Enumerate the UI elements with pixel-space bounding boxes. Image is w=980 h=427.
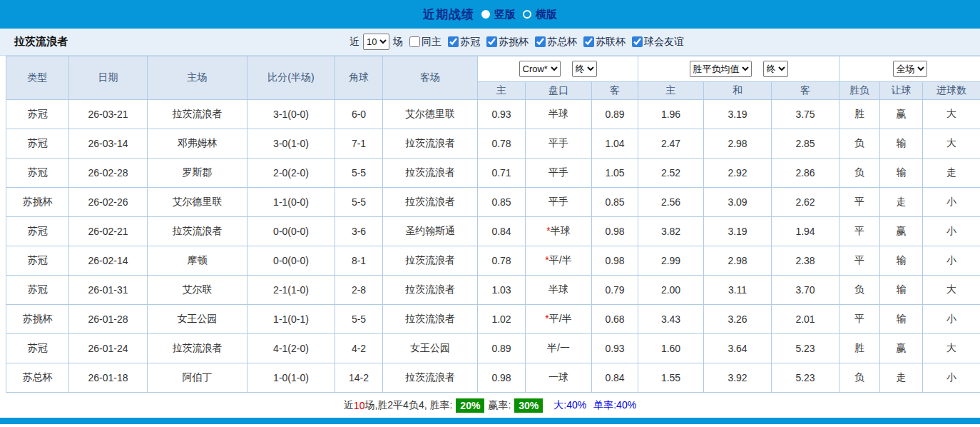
handicap-away-odds-cell: 0.93 xyxy=(592,334,638,363)
table-row: 苏冠26-02-28罗斯郡2-0(2-0)5-5拉茨流浪者0.71平手1.052… xyxy=(6,159,980,188)
near-count-select[interactable]: 10 xyxy=(363,34,389,50)
odds-draw-cell: 3.26 xyxy=(704,305,772,334)
handicap-home-odds-cell: 1.03 xyxy=(478,276,526,305)
league-filter-3[interactable]: 苏联杯 xyxy=(583,36,626,49)
handicap-result-cell: 走 xyxy=(880,188,923,217)
table-row: 苏挑杯26-02-26艾尔德里联1-1(0-0)5-5拉茨流浪者0.85平手0.… xyxy=(6,188,980,217)
handicap-away-odds-cell: 0.98 xyxy=(592,217,638,246)
result-cell: 负 xyxy=(839,129,880,159)
odds-draw-cell: 2.98 xyxy=(704,246,772,276)
league-checkbox[interactable] xyxy=(486,36,497,47)
handicap-home-odds-cell: 0.84 xyxy=(478,217,526,246)
star-marker: * xyxy=(545,254,548,266)
radio-unselected-icon[interactable] xyxy=(523,10,531,19)
home-team-cell: 拉茨流浪者 xyxy=(148,217,247,246)
scope-select[interactable]: 全场 xyxy=(893,61,927,77)
odds-state-select[interactable]: 终 xyxy=(763,61,788,77)
date-cell: 26-01-24 xyxy=(69,334,148,363)
summary-count: 10 xyxy=(354,400,365,411)
radio-selected-icon[interactable] xyxy=(481,10,490,19)
handicap-home-odds-cell: 0.85 xyxy=(478,188,526,217)
handicap-state-select[interactable]: 终 xyxy=(572,61,597,77)
odds-home-cell: 2.56 xyxy=(638,188,704,217)
odds-away-cell: 2.85 xyxy=(772,129,839,159)
date-cell: 26-01-18 xyxy=(69,363,148,393)
score-cell: 0-0(0-0) xyxy=(247,217,335,246)
col-odds-away: 客 xyxy=(772,82,839,100)
table-row: 苏挑杯26-01-28女王公园1-1(0-1)5-5拉茨流浪者1.02*平/半0… xyxy=(6,305,980,334)
corner-cell: 14-2 xyxy=(335,363,383,393)
handicap-away-odds-cell: 0.84 xyxy=(592,363,638,393)
league-type-cell: 苏冠 xyxy=(6,276,69,305)
corner-cell: 3-6 xyxy=(335,217,383,246)
results-tbody: 苏冠26-03-21拉茨流浪者3-1(0-0)6-0艾尔德里联0.93半球0.8… xyxy=(6,100,980,393)
league-type-cell: 苏冠 xyxy=(6,159,69,188)
score-cell: 4-1(2-0) xyxy=(247,334,335,363)
table-row: 苏冠26-01-31艾尔联2-1(1-0)2-8拉茨流浪者1.03半球0.792… xyxy=(6,276,980,305)
odds-away-cell: 5.23 xyxy=(772,334,839,363)
handicap-home-odds-cell: 0.89 xyxy=(478,334,526,363)
league-filter-2[interactable]: 苏总杯 xyxy=(535,36,577,49)
table-header: 类型 日期 主场 比分(半场) 角球 客场 Crow* 终 xyxy=(6,56,980,100)
odds-draw-cell: 3.92 xyxy=(704,363,772,393)
col-result: 胜负 xyxy=(839,82,880,100)
score-cell: 0-0(0-0) xyxy=(247,246,335,276)
odds-away-cell: 1.94 xyxy=(772,217,839,246)
handicap-rate-label: 赢率: xyxy=(488,399,511,412)
col-handicap-result: 让球 xyxy=(880,82,923,100)
team-name: 拉茨流浪者 xyxy=(14,35,68,49)
radio-horizontal-label: 横版 xyxy=(536,8,557,21)
same-home-filter[interactable]: 同主 xyxy=(409,36,441,49)
league-checkbox[interactable] xyxy=(632,36,643,47)
handicap-result-cell: 输 xyxy=(880,159,923,188)
league-type-cell: 苏冠 xyxy=(6,129,69,159)
odds-home-cell: 2.52 xyxy=(638,159,704,188)
date-cell: 26-03-14 xyxy=(69,129,148,159)
handicap-home-odds-cell: 0.71 xyxy=(478,159,526,188)
goals-result-cell: 小 xyxy=(923,217,980,246)
handicap-line-cell: *半球 xyxy=(526,217,592,246)
league-label: 苏冠 xyxy=(460,36,480,49)
league-checkbox[interactable] xyxy=(535,36,546,47)
result-cell: 平 xyxy=(839,305,880,334)
star-marker: * xyxy=(546,225,550,236)
league-checkbox[interactable] xyxy=(448,36,459,47)
odds-away-cell: 2.38 xyxy=(772,246,839,276)
layout-radio-horizontal[interactable]: 横版 xyxy=(523,8,557,21)
handicap-result-cell: 输 xyxy=(880,276,923,305)
page-title: 近期战绩 xyxy=(423,6,474,23)
odds-away-cell: 2.86 xyxy=(772,159,839,188)
odds-home-cell: 2.47 xyxy=(638,129,704,159)
handicap-line-cell: 半球 xyxy=(526,100,592,129)
league-type-cell: 苏冠 xyxy=(6,334,69,363)
league-filter-1[interactable]: 苏挑杯 xyxy=(486,36,529,49)
same-home-checkbox[interactable] xyxy=(409,36,420,47)
league-filter-4[interactable]: 球会友谊 xyxy=(632,36,684,49)
handicap-away-odds-cell: 1.05 xyxy=(592,159,638,188)
home-team-cell: 罗斯郡 xyxy=(148,159,247,188)
away-team-cell: 拉茨流浪者 xyxy=(383,129,478,159)
home-team-cell: 女王公园 xyxy=(148,305,247,334)
corner-cell: 5-5 xyxy=(335,188,383,217)
date-cell: 26-03-21 xyxy=(69,100,148,129)
league-checkbox[interactable] xyxy=(583,36,594,47)
handicap-line-cell: 半/一 xyxy=(526,334,592,363)
score-cell: 2-1(1-0) xyxy=(247,276,335,305)
handicap-result-cell: 赢 xyxy=(880,217,923,246)
handicap-line-cell: 半球 xyxy=(526,276,592,305)
corner-cell: 4-2 xyxy=(335,334,383,363)
away-team-cell: 艾尔德里联 xyxy=(383,100,478,129)
layout-radio-vertical[interactable]: 竖版 xyxy=(481,8,516,21)
single-rate: 单率:40% xyxy=(593,399,636,412)
odds-draw-cell: 2.98 xyxy=(704,129,772,159)
handicap-result-cell: 赢 xyxy=(880,100,923,129)
home-team-cell: 艾尔联 xyxy=(148,276,247,305)
result-cell: 胜 xyxy=(839,334,880,363)
odds-away-cell: 5.23 xyxy=(772,363,839,393)
odds-draw-cell: 3.64 xyxy=(704,334,772,363)
odds-type-select[interactable]: 胜平负均值 xyxy=(690,61,752,77)
league-filter-0[interactable]: 苏冠 xyxy=(448,36,480,49)
handicap-home-odds-cell: 0.78 xyxy=(478,129,526,159)
handicap-company-select[interactable]: Crow* xyxy=(519,61,561,77)
odds-away-cell: 2.01 xyxy=(772,305,839,334)
